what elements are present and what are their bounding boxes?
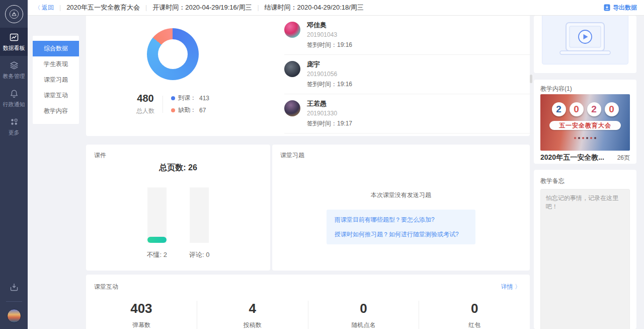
- page-count: 26页: [617, 154, 630, 162]
- sidebar-item-academic-admin[interactable]: 教务管理: [0, 56, 28, 84]
- course-title: 2020年五一安全教育大会: [66, 3, 140, 12]
- course-start-time: 开课时间：2020-04-29/19:16/周三: [152, 3, 252, 12]
- courseware-bars: 不懂: 2 评论: 0: [86, 187, 270, 259]
- dashboard-icon: [9, 32, 19, 42]
- bar-track: [190, 187, 209, 243]
- total-pages: 总页数: 26: [86, 163, 270, 173]
- bar-fill: [147, 237, 167, 243]
- thumbnail-dots: [540, 137, 630, 139]
- student-id: 201901056: [307, 71, 337, 78]
- legend-value: 67: [199, 107, 206, 114]
- bar-label: 评论: 0: [189, 250, 209, 259]
- exercises-empty-text: 本次课堂没有发送习题: [272, 191, 530, 200]
- exercises-card: 课堂习题 本次课堂没有发送习题 雨课堂目前有哪些题型？要怎么添加? 授课时如何推…: [272, 145, 530, 271]
- bar-column-unclear: 不懂: 2: [147, 187, 167, 259]
- chevron-left-icon: 〈: [35, 4, 40, 12]
- laptop-play-icon: [554, 22, 616, 59]
- exercises-title: 课堂习题: [280, 151, 304, 160]
- stat-label: 弹幕数: [86, 321, 197, 329]
- stat-value: 0: [308, 301, 419, 316]
- stat-value: 4: [197, 301, 308, 316]
- user-avatar[interactable]: [7, 309, 21, 323]
- attendance-donut: [147, 28, 199, 80]
- student-avatar: [284, 22, 300, 38]
- stat-label: 红包: [419, 321, 530, 329]
- export-icon: [604, 4, 610, 11]
- year-digit: 2: [587, 102, 601, 116]
- stat-random-rollcall: 0 随机点名: [308, 301, 419, 329]
- attendance-total: 480 总人数: [136, 93, 154, 115]
- year-digit: 2: [552, 102, 566, 116]
- year-digit: 0: [605, 102, 619, 116]
- export-label: 导出数据: [613, 4, 637, 12]
- stat-value: 403: [86, 301, 197, 316]
- submenu-item-class-interaction[interactable]: 课堂互动: [33, 88, 79, 103]
- submenu-item-class-exercises[interactable]: 课堂习题: [33, 72, 79, 88]
- app-logo[interactable]: [0, 0, 28, 28]
- sidebar-item-label: 教务管理: [3, 73, 25, 80]
- bell-icon: [9, 89, 19, 99]
- memo-card: 教学备忘: [534, 170, 636, 329]
- interaction-title: 课堂互动: [94, 283, 118, 291]
- back-button[interactable]: 〈 返回: [35, 4, 54, 12]
- topbar: 〈 返回 | 2020年五一安全教育大会 | 开课时间：2020-04-29/1…: [28, 0, 644, 16]
- playback-card: [534, 16, 636, 73]
- student-id: 201901043: [307, 31, 337, 38]
- sidebar-item-admin-notice[interactable]: 行政通知: [0, 84, 28, 112]
- thumbnail-banner: 五一安全教育大会: [549, 121, 621, 130]
- help-link-question-types[interactable]: 雨课堂目前有哪些题型？要怎么添加?: [335, 216, 467, 224]
- submenu-item-overview[interactable]: 综合数据: [33, 41, 79, 56]
- stat-label: 投稿数: [197, 321, 308, 329]
- divider: [163, 96, 163, 113]
- legend-label: 到课：: [178, 94, 196, 102]
- divider: |: [257, 4, 259, 11]
- legend-item-absent: 缺勤：67: [171, 106, 209, 114]
- stat-danmaku: 403 弹幕数: [86, 301, 197, 329]
- total-count: 480: [136, 93, 154, 104]
- more-grid-icon: [9, 117, 19, 127]
- teaching-content-card: 教学内容(1) 2 0 2 0 五一安全教育大会 2020年五一安全教... 2…: [534, 80, 636, 164]
- back-label: 返回: [42, 4, 54, 12]
- divider: |: [59, 4, 61, 11]
- student-name: 邓佳奥: [307, 21, 337, 30]
- total-label: 总人数: [136, 107, 154, 115]
- bar-track: [147, 187, 167, 243]
- attendance-card: 480 总人数 到课：413 缺勤：67 邓佳奥: [86, 16, 530, 136]
- memo-textarea[interactable]: [540, 189, 630, 329]
- sidebar-item-dashboard[interactable]: 数据看板: [0, 28, 28, 56]
- legend-label: 缺勤：: [178, 106, 196, 114]
- export-data-button[interactable]: 导出数据: [604, 4, 637, 12]
- courseware-thumbnail[interactable]: 2 0 2 0 五一安全教育大会: [540, 94, 630, 151]
- bar-column-comments: 评论: 0: [189, 187, 209, 259]
- divider: |: [145, 4, 147, 11]
- legend-dot-absent: [171, 108, 175, 112]
- submenu-item-teaching-content[interactable]: 教学内容: [33, 103, 79, 119]
- sidebar-item-more[interactable]: 更多: [0, 112, 28, 141]
- legend-dot-present: [171, 96, 175, 100]
- course-end-time: 结课时间：2020-04-29/20:18/周三: [265, 3, 364, 12]
- student-avatar: [284, 100, 300, 116]
- legend-value: 413: [199, 95, 209, 102]
- attendance-stats: 480 总人数 到课：413 缺勤：67: [86, 93, 260, 115]
- document-title[interactable]: 2020年五一安全教...: [540, 153, 604, 162]
- university-seal-icon: [5, 5, 23, 23]
- courseware-title: 课件: [94, 151, 106, 160]
- download-tray-button[interactable]: [9, 279, 19, 301]
- student-name: 王若愚: [307, 99, 337, 108]
- donut-hole: [158, 39, 188, 69]
- sidebar-bottom: [0, 279, 28, 323]
- interaction-stats: 403 弹幕数 4 投稿数 0 随机点名 0 红包: [86, 301, 530, 329]
- scrollbar-thumb[interactable]: [530, 75, 532, 83]
- submenu-item-student-performance[interactable]: 学生表现: [33, 56, 79, 72]
- stat-value: 0: [419, 301, 530, 316]
- interaction-detail-link[interactable]: 详情 〉: [501, 283, 521, 291]
- video-placeholder[interactable]: [542, 16, 628, 64]
- help-link-push-exercises[interactable]: 授课时如何推习题？如何进行随堂测验或考试?: [335, 230, 467, 238]
- sidebar-item-label: 行政通知: [3, 101, 25, 108]
- interaction-card: 课堂互动 详情 〉 403 弹幕数 4 投稿数 0 随机点名 0 红包: [86, 275, 530, 329]
- memo-title: 教学备忘: [540, 177, 565, 185]
- bar-label: 不懂: 2: [147, 250, 167, 259]
- exercises-help-box: 雨课堂目前有哪些题型？要怎么添加? 授课时如何推习题？如何进行随堂测验或考试?: [327, 210, 475, 244]
- stat-label: 随机点名: [308, 321, 419, 329]
- sidebar-item-label: 数据看板: [3, 44, 25, 52]
